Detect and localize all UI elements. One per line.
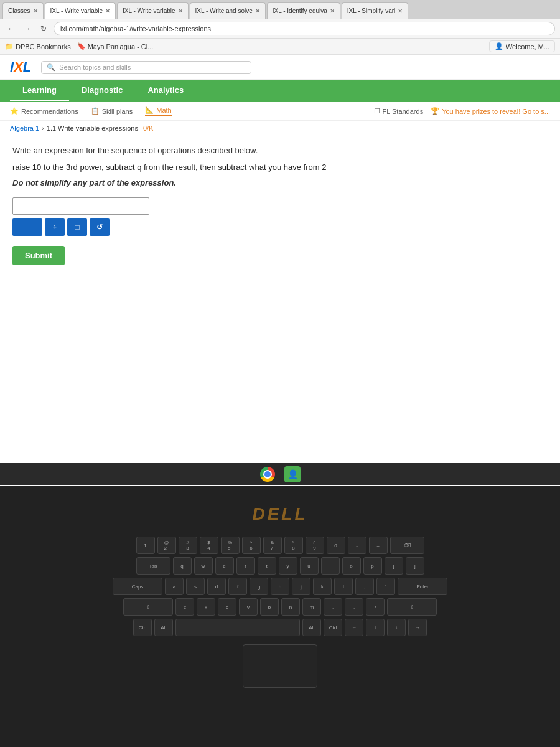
bookmark-maya[interactable]: 🔖 Maya Paniagua - Cl... xyxy=(77,42,154,50)
close-icon[interactable]: ✕ xyxy=(398,7,403,14)
key-plus[interactable]: = xyxy=(369,537,388,554)
key-j[interactable]: j xyxy=(292,578,310,595)
key-alt-l[interactable]: Alt xyxy=(154,619,173,636)
key-down[interactable]: ↓ xyxy=(387,619,406,636)
key-n[interactable]: n xyxy=(281,598,300,616)
key-at-2[interactable]: @2 xyxy=(157,537,176,554)
square-btn[interactable]: □ xyxy=(67,218,87,236)
key-shift-r[interactable]: ⇧ xyxy=(387,598,437,616)
key-comma[interactable]: , xyxy=(324,598,342,616)
bookmarks-folder[interactable]: 📁 DPBC Bookmarks xyxy=(5,42,71,50)
url-input[interactable] xyxy=(54,22,555,35)
key-period[interactable]: . xyxy=(345,598,363,616)
key-capslock[interactable]: Caps xyxy=(113,578,162,595)
key-left[interactable]: ← xyxy=(345,619,363,636)
key-alt-r[interactable]: Alt xyxy=(302,619,321,636)
key-b[interactable]: b xyxy=(260,598,279,616)
key-tab[interactable]: Tab xyxy=(136,557,170,575)
forward-button[interactable]: → xyxy=(21,22,34,35)
chrome-taskbar-icon[interactable] xyxy=(259,466,276,483)
tab-ixl-write[interactable]: IXL - Write variable ✕ xyxy=(45,2,116,19)
key-semicolon[interactable]: ; xyxy=(355,578,374,595)
blue-base-btn[interactable] xyxy=(12,218,42,236)
nav-analytics[interactable]: Analytics xyxy=(135,80,196,101)
key-c[interactable]: c xyxy=(218,598,236,616)
close-icon[interactable]: ✕ xyxy=(255,7,260,14)
tab-ixl-write2[interactable]: IXL - Write variable ✕ xyxy=(117,2,188,19)
key-t[interactable]: t xyxy=(258,557,276,575)
key-1[interactable]: 1 xyxy=(136,537,155,554)
close-icon[interactable]: ✕ xyxy=(178,7,183,14)
search-box[interactable]: 🔍 Search topics and skills xyxy=(41,61,251,74)
key-p[interactable]: p xyxy=(363,557,382,575)
close-icon[interactable]: ✕ xyxy=(105,7,110,14)
breadcrumb-score: 0/K xyxy=(143,125,154,132)
key-q[interactable]: q xyxy=(173,557,192,575)
key-i[interactable]: i xyxy=(321,557,340,575)
breadcrumb-algebra[interactable]: Algebra 1 xyxy=(10,125,39,132)
close-icon[interactable]: ✕ xyxy=(33,7,38,14)
key-backspace[interactable]: ⌫ xyxy=(390,537,424,554)
key-enter[interactable]: Enter xyxy=(398,578,447,595)
key-r[interactable]: r xyxy=(236,557,255,575)
key-o[interactable]: o xyxy=(342,557,361,575)
key-x[interactable]: x xyxy=(197,598,215,616)
key-caret-6[interactable]: ^6 xyxy=(242,537,261,554)
key-e[interactable]: e xyxy=(215,557,234,575)
key-l[interactable]: l xyxy=(334,578,353,595)
key-w[interactable]: w xyxy=(194,557,213,575)
chrome-icon xyxy=(260,467,275,482)
key-space[interactable] xyxy=(175,619,300,636)
key-v[interactable]: v xyxy=(239,598,258,616)
tab-ixl-identify[interactable]: IXL - Identify equiva ✕ xyxy=(267,2,340,19)
key-shift-l[interactable]: ⇧ xyxy=(123,598,173,616)
back-button[interactable]: ← xyxy=(5,22,17,35)
key-ctrl-l[interactable]: Ctrl xyxy=(133,619,152,636)
sub-nav-math[interactable]: 📐 Math xyxy=(145,106,171,116)
tab-classes[interactable]: Classes ✕ xyxy=(2,2,44,19)
prizes-item[interactable]: 🏆 You have prizes to reveal! Go to s... xyxy=(431,107,550,115)
key-bracket-l[interactable]: [ xyxy=(385,557,403,575)
key-s[interactable]: s xyxy=(186,578,205,595)
nav-diagnostic[interactable]: Diagnostic xyxy=(69,80,135,101)
answer-input[interactable] xyxy=(12,197,149,215)
sub-nav-recommendations[interactable]: ⭐ Recommendations xyxy=(10,107,78,115)
reload-button[interactable]: ↻ xyxy=(37,22,50,35)
key-quote[interactable]: ' xyxy=(376,578,395,595)
key-up[interactable]: ↑ xyxy=(366,619,385,636)
key-right[interactable]: → xyxy=(408,619,427,636)
close-icon[interactable]: ✕ xyxy=(330,7,335,14)
key-slash[interactable]: / xyxy=(366,598,385,616)
key-f[interactable]: f xyxy=(228,578,247,595)
key-bracket-r[interactable]: ] xyxy=(406,557,424,575)
key-m[interactable]: m xyxy=(302,598,321,616)
key-u[interactable]: u xyxy=(300,557,319,575)
key-g[interactable]: g xyxy=(250,578,268,595)
key-pct-5[interactable]: %5 xyxy=(221,537,240,554)
key-ctrl-r[interactable]: Ctrl xyxy=(324,619,342,636)
tab-ixl-solve[interactable]: IXL - Write and solve ✕ xyxy=(190,2,266,19)
sub-nav-skill-plans[interactable]: 📋 Skill plans xyxy=(91,107,133,115)
key-paren-9[interactable]: (9 xyxy=(306,537,324,554)
nav-learning[interactable]: Learning xyxy=(10,80,69,101)
key-d[interactable]: d xyxy=(207,578,226,595)
key-amp-7[interactable]: &7 xyxy=(263,537,282,554)
key-a[interactable]: a xyxy=(165,578,184,595)
user-taskbar-icon[interactable]: 👤 xyxy=(284,466,301,483)
key-0[interactable]: 0 xyxy=(327,537,345,554)
key-k[interactable]: k xyxy=(313,578,332,595)
fraction-btn[interactable]: ÷ xyxy=(45,218,65,236)
undo-btn[interactable]: ↺ xyxy=(90,218,110,236)
submit-button[interactable]: Submit xyxy=(12,246,65,265)
key-z[interactable]: z xyxy=(175,598,194,616)
key-y[interactable]: y xyxy=(279,557,297,575)
key-hash-3[interactable]: #3 xyxy=(179,537,197,554)
tab-ixl-simplify[interactable]: IXL - Simplify vari ✕ xyxy=(342,2,408,19)
key-minus[interactable]: - xyxy=(348,537,366,554)
key-h[interactable]: h xyxy=(271,578,289,595)
fl-standards[interactable]: ☐ FL Standards xyxy=(374,107,424,115)
key-dollar-4[interactable]: $4 xyxy=(200,537,218,554)
key-star-8[interactable]: *8 xyxy=(284,537,303,554)
ixl-logo[interactable]: IXL xyxy=(10,59,31,75)
touchpad[interactable] xyxy=(243,644,317,688)
